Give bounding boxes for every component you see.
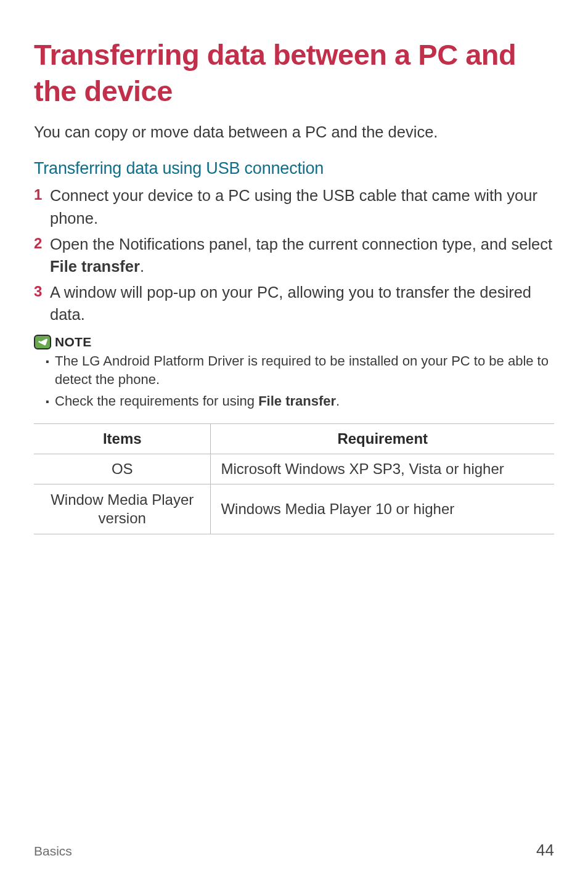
step-number: 1	[34, 184, 50, 205]
table-row: OS Microsoft Windows XP SP3, Vista or hi…	[34, 454, 554, 484]
page-footer: Basics 44	[34, 841, 554, 860]
note-item: The LG Android Platform Driver is requir…	[55, 352, 554, 390]
table-cell-requirement: Microsoft Windows XP SP3, Vista or highe…	[211, 454, 554, 484]
step-number: 2	[34, 233, 50, 254]
note-text-bold: File transfer	[258, 393, 336, 409]
requirements-table: Items Requirement OS Microsoft Windows X…	[34, 423, 554, 534]
step-item: 2 Open the Notifications panel, tap the …	[34, 233, 554, 277]
step-text: Open the Notifications panel, tap the cu…	[50, 233, 554, 277]
table-cell-item: OS	[34, 454, 211, 484]
step-text-before: Connect your device to a PC using the US…	[50, 187, 537, 226]
note-item: Check the requirements for using File tr…	[55, 392, 554, 411]
note-label: NOTE	[55, 335, 92, 349]
note-list: The LG Android Platform Driver is requir…	[34, 352, 554, 411]
document-page: Transferring data between a PC and the d…	[0, 0, 588, 882]
section-heading: Transferring data using USB connection	[34, 159, 554, 178]
table-cell-requirement: Windows Media Player 10 or higher	[211, 484, 554, 534]
table-row: Window Media Player version Windows Medi…	[34, 484, 554, 534]
footer-page-number: 44	[536, 841, 554, 860]
note-text-after: .	[336, 393, 340, 409]
step-number: 3	[34, 281, 50, 302]
intro-paragraph: You can copy or move data between a PC a…	[34, 121, 554, 144]
note-icon	[34, 335, 51, 349]
table-header-requirement: Requirement	[211, 424, 554, 454]
step-text-before: A window will pop-up on your PC, allowin…	[50, 284, 531, 323]
table-cell-item: Window Media Player version	[34, 484, 211, 534]
note-header: NOTE	[34, 335, 554, 349]
step-text-after: .	[140, 258, 144, 275]
step-text-bold: File transfer	[50, 258, 140, 275]
step-text-before: Open the Notifications panel, tap the cu…	[50, 235, 552, 253]
page-title: Transferring data between a PC and the d…	[34, 37, 554, 110]
step-item: 3 A window will pop-up on your PC, allow…	[34, 281, 554, 325]
step-text: Connect your device to a PC using the US…	[50, 184, 554, 229]
step-item: 1 Connect your device to a PC using the …	[34, 184, 554, 229]
step-text: A window will pop-up on your PC, allowin…	[50, 281, 554, 325]
table-header-items: Items	[34, 424, 211, 454]
note-text-before: The LG Android Platform Driver is requir…	[55, 353, 549, 388]
note-text-before: Check the requirements for using	[55, 393, 258, 409]
note-block: NOTE The LG Android Platform Driver is r…	[34, 335, 554, 411]
steps-list: 1 Connect your device to a PC using the …	[34, 184, 554, 325]
table-header-row: Items Requirement	[34, 424, 554, 454]
footer-section: Basics	[34, 844, 72, 859]
